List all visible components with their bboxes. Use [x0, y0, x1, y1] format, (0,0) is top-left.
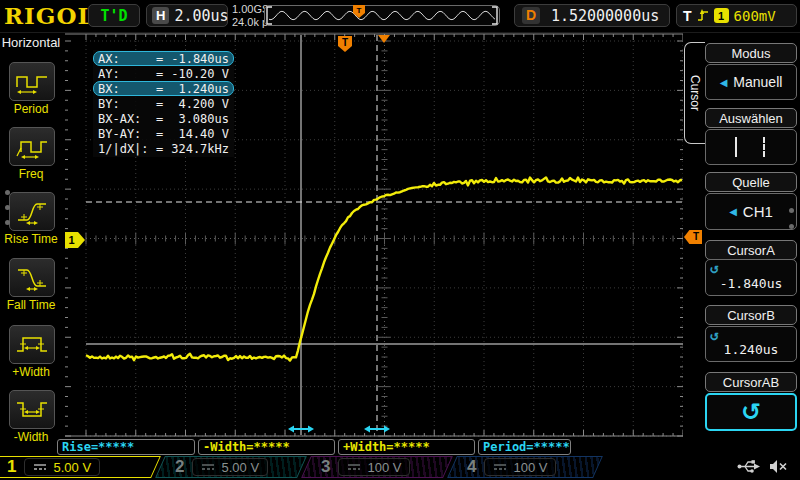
- source-value-button[interactable]: ◀ CH1: [705, 193, 797, 230]
- period-label: Period: [0, 102, 62, 116]
- fall-time-label: Fall Time: [0, 298, 62, 312]
- left-arrow-icon: ◀: [720, 77, 728, 88]
- cursor-ab-button[interactable]: ↺: [705, 393, 797, 431]
- measure-slot-period[interactable]: Period=*****: [478, 439, 571, 455]
- rise-time-icon: [15, 199, 49, 225]
- left-menu-title: Horizontal: [0, 35, 62, 50]
- svg-text:T: T: [357, 6, 362, 15]
- channel-status-bar: 1 5.00 V 2 5.00 V 3 100 V: [0, 456, 800, 480]
- coupling-icon: [201, 462, 215, 472]
- rigol-logo: RIGOL: [4, 2, 95, 29]
- cursor-b-line-icon: [763, 137, 767, 157]
- knob-icon: ↺: [710, 260, 718, 276]
- channel-3-status[interactable]: 3 100 V: [301, 456, 453, 478]
- freq-icon: [15, 134, 49, 160]
- graticule: T1 AX:=-1.840us AY:=-10.20 V BX:=1.240us…: [65, 33, 683, 437]
- measure-slot-nwidth[interactable]: -Width=*****: [198, 439, 335, 455]
- cursor-a-label: CursorA: [705, 240, 797, 260]
- usb-icon: [737, 459, 761, 474]
- h-label: H: [152, 7, 169, 24]
- cursor-ab-label: CursorAB: [705, 372, 797, 392]
- knob-icon: ↺: [741, 398, 761, 426]
- plus-width-icon: [15, 332, 49, 358]
- fall-time-button[interactable]: [9, 258, 55, 297]
- speaker-muted-icon: [769, 459, 788, 474]
- fall-time-icon: [15, 265, 49, 291]
- freq-label: Freq: [0, 167, 62, 181]
- minus-width-button[interactable]: [9, 390, 55, 429]
- minus-width-label: -Width: [0, 430, 62, 444]
- source-label: Quelle: [705, 172, 797, 192]
- cursor-b-label: CursorB: [705, 305, 797, 325]
- status-bar: RIGOL T'D H 2.00us 1.00GSa/s 24.0k pts T…: [0, 0, 800, 33]
- cursor-row-freq: 1/|dX|:=324.7kHz: [93, 141, 234, 156]
- cursor-row-by: BY:=4.200 V: [93, 96, 234, 111]
- period-button[interactable]: [9, 62, 55, 101]
- plus-width-label: +Width: [0, 365, 62, 379]
- cursor-row-bx-ax: BX-AX:=3.080us: [93, 111, 234, 126]
- cursor-menu-tab: Cursor: [684, 42, 705, 144]
- trigger-level-value: 600mV: [734, 8, 776, 24]
- cursor-a-line-icon: [735, 137, 737, 157]
- cursor-readout-panel: AX:=-1.840us AY:=-10.20 V BX:=1.240us BY…: [93, 50, 234, 157]
- knob-icon: ↺: [710, 327, 718, 343]
- coupling-icon: [493, 462, 507, 472]
- measure-slot-pwidth[interactable]: +Width=*****: [338, 439, 475, 455]
- channel-2-status[interactable]: 2 5.00 V: [155, 456, 307, 478]
- horizontal-scale-value: 2.00us: [174, 7, 228, 25]
- cursor-row-ax: AX:=-1.840us: [93, 51, 234, 66]
- plus-width-button[interactable]: [9, 325, 55, 364]
- cursor-b-value-button[interactable]: ↺ 1.240us: [705, 326, 797, 362]
- svg-text:1: 1: [68, 234, 74, 246]
- coupling-icon: [347, 462, 361, 472]
- coupling-icon: [33, 462, 47, 472]
- left-measure-menu: Horizontal Period Freq: [0, 33, 62, 455]
- horizontal-scale-box[interactable]: H 2.00us: [146, 4, 228, 27]
- delay-value: 1.52000000us: [548, 7, 662, 25]
- trigger-source-badge: 1: [714, 8, 729, 23]
- delay-label: D: [522, 7, 540, 24]
- trigger-label: T: [683, 8, 692, 24]
- channel-1-status[interactable]: 1 5.00 V: [0, 456, 161, 478]
- cursor-row-ay: AY:=-10.20 V: [93, 66, 234, 81]
- rising-edge-icon: [697, 8, 709, 23]
- memory-waveform-icon: T: [265, 5, 499, 26]
- cursor-row-by-ay: BY-AY:=14.40 V: [93, 126, 234, 141]
- left-arrow-icon: ◀: [729, 206, 737, 217]
- delay-box[interactable]: D 1.52000000us: [514, 4, 670, 27]
- cursor-menu: Cursor Modus ◀ Manuell Auswählen Quelle …: [683, 33, 800, 455]
- period-icon: [15, 69, 49, 95]
- cursor-a-value-button[interactable]: ↺ -1.840us: [705, 259, 797, 296]
- select-label: Auswählen: [705, 108, 797, 128]
- freq-button[interactable]: [9, 127, 55, 166]
- mode-label: Modus: [705, 43, 797, 63]
- rise-time-label: Rise Time: [0, 232, 62, 246]
- minus-width-icon: [15, 397, 49, 423]
- cursor-select-button[interactable]: [705, 129, 797, 165]
- cursor-row-bx: BX:=1.240us: [93, 81, 234, 96]
- memory-position-bar[interactable]: T: [264, 5, 500, 26]
- mode-value-button[interactable]: ◀ Manuell: [705, 64, 797, 100]
- svg-text:T: T: [342, 37, 348, 48]
- measure-slot-rise[interactable]: Rise=*****: [57, 439, 195, 455]
- channel-4-status[interactable]: 4 100 V: [447, 456, 603, 478]
- trigger-status-badge: T'D: [88, 4, 140, 27]
- oscilloscope-screen: RIGOL T'D H 2.00us 1.00GSa/s 24.0k pts T…: [0, 0, 800, 480]
- rise-time-button[interactable]: [9, 192, 55, 231]
- trigger-box[interactable]: T 1 600mV: [676, 4, 797, 27]
